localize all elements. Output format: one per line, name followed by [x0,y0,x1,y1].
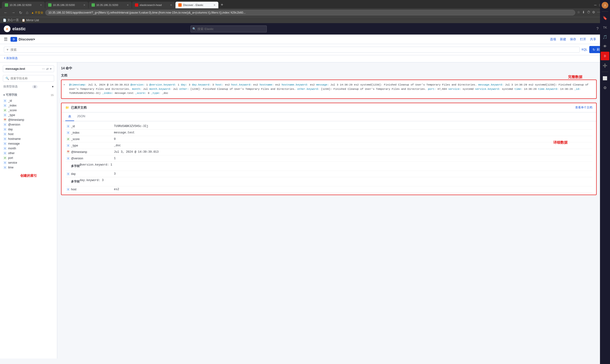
address-bar: ← → ↻ ⌂ ▲ 不安全 ☆ ⬇ ⏱ ⚙ ⋯ G [0,8,610,17]
field-item-other[interactable]: t other [3,151,54,156]
discover-app-icon: D [11,37,17,42]
tab-close-2[interactable]: × [83,3,85,7]
home-button[interactable]: ⌂ [25,10,29,15]
bookmark-mirror[interactable]: 📋 Mirror List [22,19,39,22]
forward-button[interactable]: → [11,10,16,15]
add-filter-button[interactable]: + 添加筛选 [4,56,606,60]
bookmark-wenxin[interactable]: 📄 文心一言 [3,18,19,22]
index-options-icon[interactable]: ⋯ [42,67,45,70]
raw-doc-toggle-icon[interactable]: ▾ [63,83,65,87]
elastic-wordmark: elastic [13,26,26,31]
index-dropdown-icon[interactable]: ▾ [50,67,52,70]
field-type-icon-time: t [3,166,7,169]
settings-icon[interactable]: ⚙ [601,83,609,92]
doc-row-icon-id: t [65,125,71,128]
bookmarks-icon[interactable]: 🔖 [601,13,609,22]
field-item-version[interactable]: t @version [3,122,54,127]
raw-field-month-key: month: [132,88,142,91]
results-count: 14 命中 [61,66,597,70]
raw-field-docid-key: _id: [574,88,581,91]
tab-favicon-4 [135,3,138,7]
options-link[interactable]: 选项 [550,37,556,41]
back-button[interactable]: ← [3,10,9,15]
field-item-timestamp[interactable]: 📅 @timestamp [3,117,54,122]
field-item-score[interactable]: # _score [3,108,54,113]
sidebar-annotation: 创建的索引 [3,174,54,178]
field-search-input[interactable] [11,77,52,80]
doc-field-name-index: _index [71,131,114,134]
field-item-id[interactable]: t _id [3,98,54,103]
address-input[interactable] [45,10,575,15]
field-item-service[interactable]: t service [3,160,54,165]
index-arrows-icon[interactable]: ⇄ [46,67,49,70]
field-item-month[interactable]: t month [3,146,54,151]
minimize-icon[interactable]: ─ [594,3,597,7]
open-link[interactable]: 打开 [580,37,586,41]
field-item-day[interactable]: t day [3,127,54,132]
field-item-host[interactable]: t host [3,132,54,136]
tab-close-5[interactable]: × [213,3,215,7]
doc-field-type-timestamp: 📅 [66,150,70,154]
discover-dropdown-icon[interactable]: ▾ [34,38,35,41]
share-link[interactable]: 共享 [590,37,596,41]
extensions-icon[interactable]: ⚙ [592,10,595,15]
save-link[interactable]: 保存 [570,37,576,41]
fields-sidebar: message.test ⋯ ⇄ ▾ 🔍 按类型筛选 0 ▾ [0,62,57,359]
search-input[interactable] [11,48,578,52]
tiktok-icon[interactable]: TK [601,23,609,32]
new-tab-button[interactable]: + [219,1,225,8]
field-type-icon-timestamp: 📅 [3,118,7,121]
doc-row-icon-index: t [65,131,71,134]
section-collapse-icon[interactable]: ▾ [3,93,5,97]
tab-bar: 10.35.186.32:9200 × 10.35.186.33:9200 × … [0,0,610,8]
global-search-input[interactable] [190,26,267,32]
add-icon[interactable]: ➕ [601,61,609,70]
help-icon[interactable]: ? [597,27,598,31]
raw-field-time-kw-val: 14:36:29 [560,88,573,91]
view-single-doc-link[interactable]: 查看单个文档 [575,105,592,110]
tab-table[interactable]: 表 [65,112,74,121]
doc-row-icon-version: t [65,157,71,160]
music-icon[interactable]: 🎵 [601,33,609,41]
doc-field-name-id: _id [71,125,114,128]
complete-data-container: 完整数据 ▾ @timestamp: Jul 3, 2024 @ 14:39:3… [61,79,597,99]
field-item-hostname[interactable]: t hostname [3,136,54,141]
browser-tab-5[interactable]: Discover - Elastic × [175,2,218,8]
filter-dropdown-icon[interactable]: ▾ [52,85,54,88]
raw-field-time-key: time: [514,88,522,91]
user-avatar-icon[interactable]: 人 [602,2,608,9]
browser-tab-3[interactable]: 10.35.186.31:9200 × [89,2,132,8]
new-link[interactable]: 新建 [560,37,566,41]
field-item-message[interactable]: t message [3,141,54,146]
browser-tab-2[interactable]: 10.35.186.33:9200 × [45,2,88,8]
tab-close-1[interactable]: × [40,3,42,7]
browser-chrome: 10.35.186.32:9200 × 10.35.186.33:9200 × … [0,0,610,23]
browser-tab-1[interactable]: 10.35.186.32:9200 × [2,2,45,8]
field-item-time[interactable]: t time [3,165,54,170]
panel-icon[interactable]: ⬜ [601,74,609,82]
field-name-port: port [8,156,13,160]
tab-title-1: 10.35.186.32:9200 [10,4,38,6]
eye-icon[interactable]: 👁 [601,42,609,51]
hamburger-menu-icon[interactable]: ☰ [4,37,8,42]
raw-field-day-key: day: [181,83,187,86]
field-type-icon-type: t [3,113,7,117]
doc-field-value-id: TU9Rd5ABK3ZV5HSc-3Ij [114,125,592,128]
kql-toggle[interactable]: KQL [582,48,587,51]
search-toggle-icon[interactable]: ▼ [6,48,9,52]
mobile-icon[interactable]: D [601,52,609,60]
field-item-index[interactable]: t _index [3,103,54,108]
index-pattern-selector[interactable]: message.test ⋯ ⇄ ▾ [3,65,54,72]
tab-close-3[interactable]: × [127,3,129,7]
bookmark-star-icon[interactable]: ☆ [577,10,580,15]
field-item-port[interactable]: # port [3,156,54,160]
tab-close-4[interactable]: × [170,3,172,7]
reload-button[interactable]: ↻ [18,10,23,15]
history-icon[interactable]: ⏱ [587,10,590,15]
raw-field-other-key: other: [179,88,189,91]
download-icon[interactable]: ⬇ [582,10,585,15]
browser-tab-4[interactable]: elasticsearch-head × [132,2,175,8]
tab-json[interactable]: JSON [74,112,88,121]
tab-favicon-3 [92,3,95,7]
field-item-type[interactable]: t _type [3,113,54,117]
